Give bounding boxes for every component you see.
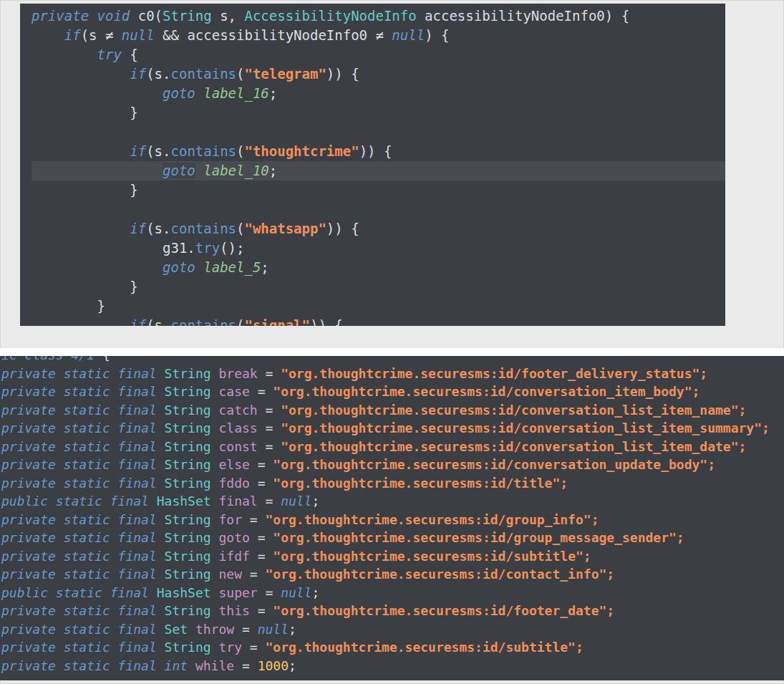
- code-token: private static final: [1, 640, 165, 655]
- code-token: [211, 403, 219, 418]
- code-line[interactable]: private static final String this = "org.…: [1, 602, 784, 620]
- code-token: =: [234, 622, 258, 637]
- code-line[interactable]: private static final Set throw = null;: [1, 620, 784, 639]
- code-token: private static final: [1, 476, 165, 491]
- code-token: fddo: [218, 476, 249, 491]
- code-line[interactable]: public static final HashSet super = null…: [1, 584, 784, 602]
- code-line[interactable]: }: [32, 180, 725, 200]
- code-line[interactable]: goto label_5;: [32, 258, 725, 277]
- code-token: private static final: [1, 530, 165, 545]
- code-token: (: [236, 317, 244, 326]
- code-token: private static final int: [1, 658, 195, 673]
- code-token: null: [392, 27, 425, 43]
- code-token: [211, 530, 219, 545]
- code-token: [32, 317, 130, 326]
- code-token: if: [64, 27, 81, 43]
- code-token: ;: [312, 493, 320, 509]
- code-token: =: [258, 366, 281, 381]
- code-token: =: [242, 567, 266, 582]
- code-token: =: [258, 493, 281, 509]
- code-token: [195, 259, 203, 275]
- code-line[interactable]: ic class 4/1 {: [1, 356, 784, 365]
- code-line[interactable]: }: [32, 103, 725, 122]
- code-token: [211, 439, 219, 454]
- code-line[interactable]: private static final String break = "org…: [1, 365, 784, 383]
- code-line[interactable]: private static final String ifdf = "org.…: [1, 547, 784, 566]
- code-token: HashSet: [157, 585, 211, 600]
- code-token: =: [258, 403, 281, 418]
- code-token: [211, 567, 219, 582]
- code-token: =: [258, 439, 281, 454]
- code-token: (s.: [146, 221, 170, 236]
- code-line[interactable]: private static final String class = "org…: [1, 419, 784, 438]
- code-token: =: [250, 476, 274, 491]
- code-token: this: [218, 603, 249, 618]
- code-token: (: [236, 143, 244, 159]
- code-line[interactable]: if(s.contains("whatsapp")) {: [32, 219, 725, 239]
- code-token: private static final: [1, 603, 165, 618]
- code-line[interactable]: try {: [32, 45, 725, 64]
- code-token: try: [195, 240, 220, 256]
- code-token: "org.thoughtcrime.securesms:id/subtitle"…: [273, 549, 591, 564]
- code-line[interactable]: [32, 200, 725, 219]
- code-line[interactable]: private static final String else = "org.…: [1, 456, 784, 474]
- code-line[interactable]: g31.try();: [32, 239, 725, 258]
- code-token: ic class 4/1: [1, 356, 95, 362]
- code-token: if: [130, 317, 146, 326]
- code-token: case: [218, 384, 249, 399]
- code-token: private static final: [1, 549, 165, 564]
- code-token: String: [165, 403, 211, 418]
- code-token: "org.thoughtcrime.securesms:id/footer_da…: [273, 603, 614, 618]
- code-line[interactable]: private static final String for = "org.t…: [1, 511, 784, 529]
- code-token: if: [130, 221, 146, 236]
- code-line[interactable]: private void c0(String s, AccessibilityN…: [32, 6, 725, 26]
- code-line[interactable]: private static final String new = "org.t…: [1, 565, 784, 584]
- code-line[interactable]: if(s.contains("thoughtcrime")) {: [32, 142, 725, 161]
- code-token: if: [130, 66, 146, 82]
- code-token: [32, 221, 130, 236]
- code-token: if: [130, 143, 146, 159]
- code-line[interactable]: private static final String case = "org.…: [1, 382, 784, 401]
- code-token: contains: [171, 66, 237, 82]
- code-line[interactable]: goto label_16;: [32, 84, 725, 103]
- code-line[interactable]: private static final int while = 1000;: [1, 657, 784, 675]
- code-token: 1000: [258, 658, 289, 673]
- code-token: (: [236, 221, 244, 236]
- code-token: String: [165, 512, 211, 527]
- code-token: }: [32, 182, 138, 198]
- code-line[interactable]: private static final String goto = "org.…: [1, 529, 784, 547]
- code-token: try: [97, 47, 122, 62]
- code-line-highlighted[interactable]: goto label_10;: [32, 161, 725, 180]
- code-token: "org.thoughtcrime.securesms:id/title";: [273, 476, 568, 491]
- code-token: "org.thoughtcrime.securesms:id/conversat…: [273, 457, 715, 472]
- code-token: label_5: [203, 259, 261, 275]
- decompiler-screenshot-root: private void c0(String s, AccessibilityN…: [0, 0, 784, 684]
- code-line[interactable]: private static final String fddo = "org.…: [1, 474, 784, 493]
- code-token: contains: [171, 221, 237, 236]
- code-line[interactable]: }: [32, 277, 725, 297]
- code-token: "whatsapp": [244, 221, 326, 236]
- code-line[interactable]: private static final String const = "org…: [1, 438, 784, 456]
- code-token: ;: [261, 259, 268, 275]
- code-token: contains: [171, 143, 237, 159]
- code-token: )) {: [326, 66, 359, 82]
- code-token: [195, 85, 203, 101]
- code-line[interactable]: private static final String catch = "org…: [1, 401, 784, 420]
- code-token: ) {: [425, 27, 449, 43]
- code-line[interactable]: }: [32, 297, 725, 316]
- code-token: [32, 143, 130, 159]
- code-area-method: private void c0(String s, AccessibilityN…: [32, 6, 725, 326]
- code-token: public static final: [1, 493, 157, 509]
- code-line[interactable]: public static final HashSet final = null…: [1, 492, 784, 511]
- code-token: [211, 384, 219, 399]
- code-line[interactable]: if(s.contains("telegram")) {: [32, 64, 725, 84]
- code-line[interactable]: [32, 122, 725, 142]
- code-line[interactable]: if(s ≠ null && accessibilityNodeInfo0 ≠ …: [32, 26, 725, 45]
- code-token: [32, 85, 163, 101]
- code-token: else: [218, 457, 249, 472]
- code-line[interactable]: if(s.contains("signal")) {: [32, 316, 725, 326]
- code-token: goto: [163, 259, 195, 275]
- code-token: private static final: [1, 567, 165, 582]
- code-line[interactable]: private static final String try = "org.t…: [1, 638, 784, 657]
- code-token: =: [250, 384, 274, 399]
